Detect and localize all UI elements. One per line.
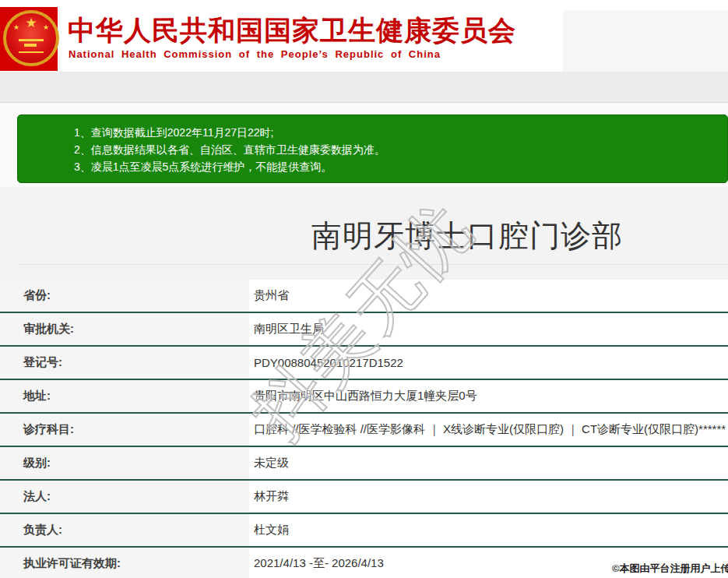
- field-label: 地址:: [0, 380, 249, 412]
- field-value: PDY00880452010217D1522: [249, 347, 728, 379]
- institution-detail-table: 省份: 贵州省 审批机关: 南明区卫生局 登记号: PDY00880452010…: [0, 280, 728, 578]
- notice-line-3: 3、凌晨1点至凌晨5点系统进行维护，不能提供查询。: [74, 158, 719, 175]
- table-row-address: 地址: 贵阳市南明区中山西路恒力大厦1幢夹层0号: [0, 380, 728, 414]
- emblem-small-star-icon: ★: [43, 24, 49, 31]
- institution-name-title: 南明牙博士口腔门诊部: [207, 215, 727, 257]
- field-label: 执业许可证有效期:: [0, 548, 249, 578]
- banner-right-fill: [563, 10, 728, 72]
- field-label: 登记号:: [0, 347, 249, 379]
- field-label: 诊疗科目:: [0, 414, 249, 446]
- field-value: 杜文娟: [249, 514, 728, 546]
- table-row-level: 级别: 未定级: [0, 447, 728, 481]
- field-value: 贵州省: [249, 280, 728, 312]
- field-label: 审批机关:: [0, 313, 249, 345]
- table-row-person-in-charge: 负责人: 杜文娟: [0, 514, 728, 548]
- table-row-registration-number: 登记号: PDY00880452010217D1522: [0, 347, 728, 380]
- emblem-star-icon: ★: [25, 16, 37, 30]
- header-banner: ★ ★ ★ 中华人民共和国国家卫生健康委员会 National Health C…: [0, 0, 728, 72]
- page: ★ ★ ★ 中华人民共和国国家卫生健康委员会 National Health C…: [0, 0, 728, 578]
- notice-line-2: 2、信息数据结果以各省、自治区、直辖市卫生健康委数据为准。: [74, 141, 719, 158]
- emblem-small-star-icon: ★: [13, 24, 19, 31]
- field-value: 南明区卫生局: [249, 313, 728, 345]
- notice-box: 1、查询数据截止到2022年11月27日22时; 2、信息数据结果以各省、自治区…: [17, 115, 728, 183]
- china-national-emblem-icon: ★ ★ ★: [3, 10, 59, 66]
- field-value: 口腔科 //医学检验科 //医学影像科 ｜ X线诊断专业(仅限口腔) ｜ CT诊…: [249, 414, 728, 446]
- field-label: 负责人:: [0, 514, 249, 546]
- field-value: 贵阳市南明区中山西路恒力大厦1幢夹层0号: [249, 380, 728, 412]
- emblem-gate-icon: [19, 39, 44, 53]
- site-title-english: National Health Commission of the People…: [69, 48, 441, 60]
- site-title-chinese: 中华人民共和国国家卫生健康委员会: [68, 12, 516, 49]
- table-row-legal-person: 法人: 林开粦: [0, 481, 728, 514]
- copyright-watermark: ©本图由平台注册用户上传: [612, 562, 728, 576]
- field-label: 省份:: [0, 280, 249, 312]
- header-divider-band: [0, 72, 728, 103]
- table-row-treatment-subjects: 诊疗科目: 口腔科 //医学检验科 //医学影像科 ｜ X线诊断专业(仅限口腔)…: [0, 414, 728, 447]
- table-row-approval-authority: 审批机关: 南明区卫生局: [0, 313, 728, 347]
- table-row-province: 省份: 贵州省: [0, 280, 728, 313]
- field-label: 级别:: [0, 447, 249, 479]
- title-divider: [17, 264, 728, 265]
- field-value: 未定级: [249, 447, 728, 479]
- field-value: 林开粦: [249, 481, 728, 513]
- notice-line-1: 1、查询数据截止到2022年11月27日22时;: [74, 124, 719, 141]
- field-label: 法人:: [0, 481, 249, 513]
